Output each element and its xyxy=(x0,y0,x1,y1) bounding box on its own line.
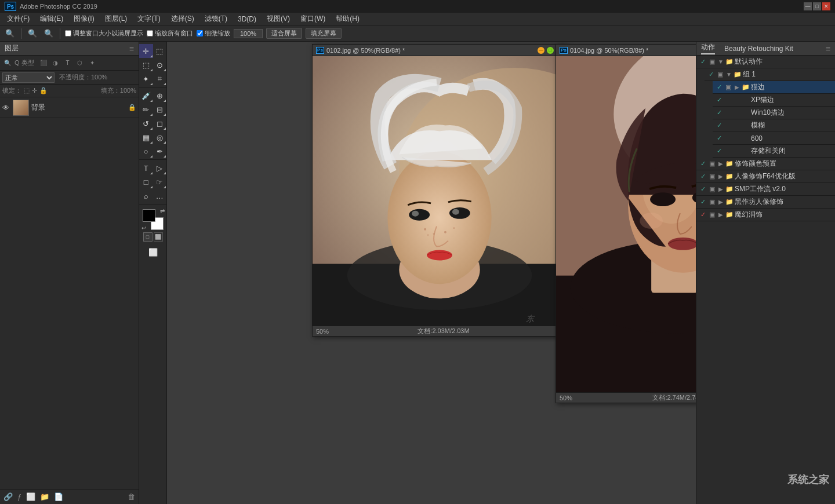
layers-panel-title: 图层 xyxy=(5,43,19,53)
action-item-magic[interactable]: ✓ ▣ ▶ 📁 魔幻润饰 xyxy=(696,209,835,221)
smart-filter-icon[interactable]: ✦ xyxy=(87,58,97,68)
svg-point-11 xyxy=(424,228,426,231)
history-brush-tool[interactable]: ↺ xyxy=(139,116,153,130)
path-select-tool[interactable]: ▷ xyxy=(153,161,167,175)
pixel-filter-icon[interactable]: ⬛ xyxy=(38,58,49,68)
fit-screen-button[interactable]: 适合屏幕 xyxy=(266,28,302,39)
new-group-icon[interactable]: 📁 xyxy=(40,492,49,501)
crop-tool[interactable]: ⌗ xyxy=(153,72,167,86)
extra-tool[interactable]: … xyxy=(153,189,167,203)
text-tool[interactable]: T xyxy=(139,161,153,175)
action-item-black-studio[interactable]: ✓ ▣ ▶ 📁 黑作坊人像修饰 xyxy=(696,196,835,209)
artboard-tool[interactable]: ⬚ xyxy=(153,44,167,58)
switch-colors-icon[interactable]: ⇌ xyxy=(160,208,165,214)
shape-filter-icon[interactable]: ⬡ xyxy=(75,58,85,68)
fill-screen-button[interactable]: 填充屏幕 xyxy=(306,28,342,39)
action-item-group1[interactable]: ✓ ▣ ▼ 📁 组 1 xyxy=(705,68,835,81)
quick-select-tool[interactable]: ✦ xyxy=(139,72,153,86)
doc-1-statusbar: 50% 文档:2.03M/2.03M ▶ xyxy=(313,326,567,336)
foreground-color-swatch[interactable] xyxy=(143,209,155,222)
window-controls[interactable]: — □ ✕ xyxy=(804,2,830,10)
doc-1-maximize[interactable]: □ xyxy=(547,47,554,54)
menu-image[interactable]: 图像(I) xyxy=(69,13,99,25)
add-mask-icon[interactable]: ⬜ xyxy=(26,492,35,501)
menu-layer[interactable]: 图层(L) xyxy=(100,13,132,25)
standard-mode-icon[interactable]: □ xyxy=(143,232,153,242)
menu-select[interactable]: 选择(S) xyxy=(166,13,199,25)
lasso-tool[interactable]: ⊙ xyxy=(153,58,167,72)
action-item-win10border[interactable]: ✓ Win10描边 xyxy=(713,107,835,119)
layer-visibility-eye[interactable]: 👁 xyxy=(2,104,10,112)
action-item-smp[interactable]: ✓ ▣ ▶ 📁 SMP工作流 v2.0 xyxy=(696,183,835,196)
search-icon[interactable]: 🔍 xyxy=(3,27,16,40)
blur-tool[interactable]: ◎ xyxy=(153,130,167,144)
action-item-catborder[interactable]: ✓ ▣ ▶ 📁 猫边 xyxy=(713,81,835,94)
text-filter-icon[interactable]: T xyxy=(63,58,73,68)
actions-panel-menu-icon[interactable]: ≡ xyxy=(826,44,830,53)
healing-tool[interactable]: ⊕ xyxy=(153,89,167,103)
gradient-tool[interactable]: ▦ xyxy=(139,130,153,144)
stamp-tool[interactable]: ⊟ xyxy=(153,103,167,116)
zoom-in-icon[interactable]: 🔍 xyxy=(42,27,55,40)
blend-mode-select[interactable]: 正常 xyxy=(2,72,55,83)
lock-position-icon[interactable]: ✛ xyxy=(32,87,37,94)
shape-tool[interactable]: □ xyxy=(139,175,153,189)
eyedropper-tool[interactable]: 💉 xyxy=(139,89,153,103)
svg-point-9 xyxy=(452,209,459,215)
link-layers-icon[interactable]: 🔗 xyxy=(3,492,13,501)
action-item-portrait-f64[interactable]: ✓ ▣ ▶ 📁 人像修饰F64优化版 xyxy=(696,170,835,183)
dodge-tool[interactable]: ○ xyxy=(139,144,153,158)
win-minimize[interactable]: — xyxy=(804,2,812,10)
actions-panel: 动作 Beauty Retouching Kit ≡ ✓ ▣ ▼ 📁 默认动作 … xyxy=(696,42,835,504)
zoom-tool[interactable]: ⌕ xyxy=(139,189,153,203)
doc-1-minimize[interactable]: — xyxy=(538,47,544,54)
action-item-xpcatborder[interactable]: ✓ XP猫边 xyxy=(713,94,835,107)
new-layer-icon[interactable]: 📄 xyxy=(54,492,63,501)
menu-filter[interactable]: 滤镜(T) xyxy=(200,13,232,25)
action-item-blur[interactable]: ✓ 模糊 xyxy=(713,119,835,132)
action-item-save-close[interactable]: ✓ 存储和关闭 xyxy=(713,145,835,158)
eraser-tool[interactable]: ◻ xyxy=(153,116,167,130)
svg-point-10 xyxy=(427,250,452,261)
retouch-tools-group: 💉 ⊕ ✏ ⊟ ↺ ◻ ▦ ◎ ○ ✒ xyxy=(139,89,166,160)
add-style-icon[interactable]: ƒ xyxy=(17,492,21,501)
action-item-default[interactable]: ✓ ▣ ▼ 📁 默认动作 xyxy=(696,56,835,68)
adjust-filter-icon[interactable]: ◑ xyxy=(50,58,61,68)
move-tool[interactable]: ✛ xyxy=(139,44,153,58)
menu-edit[interactable]: 编辑(E) xyxy=(35,13,68,25)
doc-1-canvas[interactable]: 东 xyxy=(313,56,567,326)
win-close[interactable]: ✕ xyxy=(822,2,830,10)
reset-colors-icon[interactable]: ↩ xyxy=(141,225,146,231)
svg-point-7 xyxy=(449,207,470,219)
delete-layer-icon[interactable]: 🗑 xyxy=(128,492,135,501)
menu-window[interactable]: 窗口(W) xyxy=(296,13,330,25)
change-screen-mode-icon[interactable]: ⬜ xyxy=(143,245,164,259)
actions-list: ✓ ▣ ▼ 📁 默认动作 ✓ ▣ ▼ 📁 组 1 ✓ ▣ ▶ 📁 猫边 xyxy=(696,56,835,504)
action-item-color-preset[interactable]: ✓ ▣ ▶ 📁 修饰颜色预置 xyxy=(696,158,835,170)
quick-mask-icon[interactable]: ⬜ xyxy=(154,232,163,242)
menu-help[interactable]: 帮助(H) xyxy=(331,13,364,25)
menu-file[interactable]: 文件(F) xyxy=(2,13,34,25)
brush-tool[interactable]: ✏ xyxy=(139,103,153,116)
hand-tool[interactable]: ☞ xyxy=(153,175,167,189)
actions-tab[interactable]: 动作 xyxy=(701,42,715,54)
menu-3d[interactable]: 3D(D) xyxy=(233,14,261,24)
doc-1-titlebar[interactable]: Ps 0102.jpg @ 50%(RGB/8#) * — □ × xyxy=(313,45,567,56)
action-item-600[interactable]: ✓ 600 xyxy=(713,132,835,145)
zoom-value-input[interactable] xyxy=(234,29,263,38)
zoom-out-icon[interactable]: 🔍 xyxy=(26,27,39,40)
pen-tool[interactable]: ✒ xyxy=(153,144,167,158)
win-maximize[interactable]: □ xyxy=(813,2,821,10)
menu-type[interactable]: 文字(T) xyxy=(133,13,165,25)
lock-all-icon[interactable]: 🔒 xyxy=(39,87,48,94)
layers-panel-menu-icon[interactable]: ≡ xyxy=(129,44,134,53)
marquee-tool[interactable]: ⬚ xyxy=(139,58,153,72)
fit-window-checkbox[interactable]: 调整窗口大小以满屏显示 xyxy=(65,29,143,38)
lock-pixels-icon[interactable]: ⬚ xyxy=(24,87,30,94)
scrubby-zoom-checkbox[interactable]: 细微缩放 xyxy=(197,29,230,38)
filter-type-icon[interactable]: 🔍 xyxy=(2,58,13,68)
layers-panel: 图层 ≡ 🔍 Q 类型 ⬛ ◑ T ⬡ ✦ 正常 不透明度：100% 锁定： ⬚… xyxy=(0,42,139,504)
layer-background[interactable]: 👁 背景 🔒 xyxy=(0,97,139,118)
zoom-all-checkbox[interactable]: 缩放所有窗口 xyxy=(147,29,193,38)
menu-view[interactable]: 视图(V) xyxy=(262,13,295,25)
